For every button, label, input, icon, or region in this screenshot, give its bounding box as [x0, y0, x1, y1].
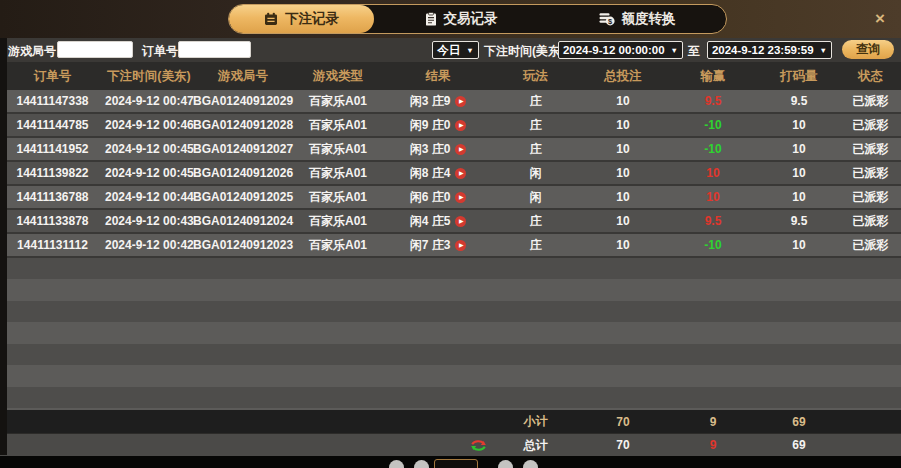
subtotal-label: 小计 [493, 413, 578, 430]
cell-round: BGA01240912025 [193, 190, 293, 204]
cell-bet-time: 2024-9-12 00:42 [105, 238, 193, 252]
cell-turnover: 10 [758, 118, 840, 132]
start-time-select[interactable]: 2024-9-12 00:00:00 ▼ [558, 41, 683, 59]
cell-bet-time: 2024-9-12 00:47 [105, 94, 193, 108]
cell-status: 已派彩 [840, 141, 901, 158]
cell-round: BGA01240912028 [193, 118, 293, 132]
cell-round: BGA01240912026 [193, 166, 293, 180]
pagination-page-input[interactable] [434, 459, 478, 468]
cell-order-no: 14411144785 [0, 118, 105, 132]
cell-total-bet: 10 [578, 238, 668, 252]
play-icon[interactable]: ▶ [455, 192, 466, 203]
total-total-bet: 70 [578, 438, 668, 452]
close-icon[interactable]: × [870, 9, 890, 29]
top-tab-bar: 下注记录 交易记录 [0, 0, 901, 38]
end-time-select[interactable]: 2024-9-12 23:59:59 ▼ [707, 41, 832, 59]
swap-exchange-icon[interactable] [383, 439, 493, 452]
header-result: 结果 [383, 68, 493, 85]
chevron-down-icon: ▼ [820, 46, 827, 55]
cell-bet-time: 2024-9-12 00:43 [105, 214, 193, 228]
cell-round: BGA01240912027 [193, 142, 293, 156]
cell-play: 庄 [493, 93, 578, 110]
tab-label: 额度转换 [622, 10, 676, 28]
cell-round: BGA01240912029 [193, 94, 293, 108]
total-turnover: 69 [758, 438, 840, 452]
cell-win-loss: -10 [668, 238, 758, 252]
game-round-input[interactable] [57, 41, 133, 58]
tab-credit-transfer[interactable]: $ 额度转换 [548, 5, 726, 33]
cell-result: 闲3 庄9 ▶ [383, 93, 493, 110]
table-row[interactable]: 14411133878 2024-9-12 00:43 BGA012409120… [0, 210, 901, 234]
cell-win-loss: -10 [668, 118, 758, 132]
cell-play: 庄 [493, 213, 578, 230]
cell-result: 闲3 庄0 ▶ [383, 141, 493, 158]
header-total-bet: 总投注 [578, 68, 668, 85]
cell-game-type: 百家乐A01 [293, 93, 383, 110]
empty-rows-area [0, 258, 901, 410]
subtotal-total-bet: 70 [578, 415, 668, 429]
tab-transaction-records[interactable]: 交易记录 [374, 5, 548, 33]
table-header: 订单号 下注时间(美东) 游戏局号 游戏类型 结果 玩法 总投注 输赢 打码量 … [0, 62, 901, 90]
play-icon[interactable]: ▶ [455, 216, 466, 227]
header-status: 状态 [840, 68, 901, 85]
cell-turnover: 10 [758, 238, 840, 252]
cell-status: 已派彩 [840, 189, 901, 206]
chevron-down-icon: ▼ [671, 46, 678, 55]
cell-play: 庄 [493, 141, 578, 158]
tab-group: 下注记录 交易记录 [228, 4, 727, 34]
tab-label: 交易记录 [444, 10, 498, 28]
cell-game-type: 百家乐A01 [293, 117, 383, 134]
cell-turnover: 10 [758, 142, 840, 156]
play-icon[interactable]: ▶ [455, 120, 466, 131]
play-icon[interactable]: ▶ [455, 96, 466, 107]
order-no-input[interactable] [178, 41, 251, 58]
query-button[interactable]: 查询 [842, 40, 894, 59]
cell-total-bet: 10 [578, 190, 668, 204]
cell-turnover: 10 [758, 166, 840, 180]
cell-play: 庄 [493, 237, 578, 254]
cell-result: 闲8 庄4 ▶ [383, 165, 493, 182]
table-row[interactable]: 14411147338 2024-9-12 00:47 BGA012409120… [0, 90, 901, 114]
cell-result: 闲7 庄3 ▶ [383, 237, 493, 254]
cell-status: 已派彩 [840, 165, 901, 182]
pagination-next-button[interactable] [498, 460, 513, 468]
bet-time-label: 下注时间(美东) [484, 43, 564, 60]
table-row[interactable]: 14411139822 2024-9-12 00:45 BGA012409120… [0, 162, 901, 186]
cell-order-no: 14411147338 [0, 94, 105, 108]
period-select[interactable]: 今日 ▼ [432, 41, 479, 59]
order-no-label: 订单号 [142, 43, 178, 60]
pagination-last-button[interactable] [523, 460, 538, 468]
tab-label: 下注记录 [285, 10, 339, 28]
pagination-prev-button[interactable] [414, 460, 429, 468]
cell-order-no: 14411136788 [0, 190, 105, 204]
cell-game-type: 百家乐A01 [293, 141, 383, 158]
table-row[interactable]: 14411144785 2024-9-12 00:46 BGA012409120… [0, 114, 901, 138]
play-icon[interactable]: ▶ [455, 144, 466, 155]
play-icon[interactable]: ▶ [455, 240, 466, 251]
play-icon[interactable]: ▶ [455, 168, 466, 179]
cell-win-loss: 10 [668, 166, 758, 180]
cell-game-type: 百家乐A01 [293, 237, 383, 254]
pagination-bar [0, 456, 901, 468]
table-body: 14411147338 2024-9-12 00:47 BGA012409120… [0, 90, 901, 258]
cell-play: 闲 [493, 165, 578, 182]
cell-turnover: 9.5 [758, 94, 840, 108]
to-label: 至 [688, 43, 700, 60]
subtotal-row: 小计 70 9 69 [0, 410, 901, 433]
coins-icon: $ [599, 12, 615, 26]
cell-total-bet: 10 [578, 118, 668, 132]
table-row[interactable]: 14411141952 2024-9-12 00:45 BGA012409120… [0, 138, 901, 162]
cell-result: 闲9 庄0 ▶ [383, 117, 493, 134]
cell-game-type: 百家乐A01 [293, 213, 383, 230]
chevron-down-icon: ▼ [466, 46, 473, 55]
cell-bet-time: 2024-9-12 00:45 [105, 142, 193, 156]
cell-turnover: 10 [758, 190, 840, 204]
pagination-first-button[interactable] [389, 460, 404, 468]
cell-round: BGA01240912023 [193, 238, 293, 252]
table-row[interactable]: 14411136788 2024-9-12 00:44 BGA012409120… [0, 186, 901, 210]
table-row[interactable]: 14411131112 2024-9-12 00:42 BGA012409120… [0, 234, 901, 258]
cell-status: 已派彩 [840, 213, 901, 230]
tab-bet-records[interactable]: 下注记录 [229, 5, 374, 33]
cell-play: 闲 [493, 189, 578, 206]
total-win-loss: 9 [668, 438, 758, 452]
